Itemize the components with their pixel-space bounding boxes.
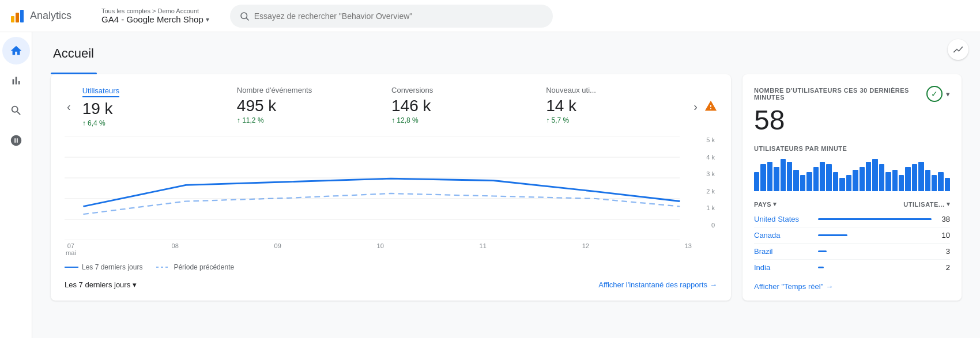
home-icon bbox=[10, 44, 22, 57]
metric-conversions-label: Conversions bbox=[391, 86, 527, 94]
chart-legend: Les 7 derniers jours Période précédente bbox=[65, 263, 717, 271]
content-row: ‹ Utilisateurs 19 k 6,4 % Nombre d'événe… bbox=[51, 74, 962, 301]
metric-conversions-value: 146 k bbox=[391, 97, 527, 115]
bar-chart-bar bbox=[813, 167, 819, 191]
realtime-table-row: Brazil 3 bbox=[754, 244, 950, 260]
legend-current-label: Les 7 derniers jours bbox=[82, 263, 142, 271]
metric-new-users: Nouveaux uti... 14 k 5,7 % bbox=[537, 86, 691, 124]
metric-new-users-label: Nouveaux uti... bbox=[546, 86, 682, 94]
metric-events: Nombre d'événements 495 k 11,2 % bbox=[228, 86, 382, 124]
legend-solid-line bbox=[65, 267, 78, 268]
sidebar bbox=[0, 32, 32, 338]
bar-chart-bar bbox=[839, 178, 845, 191]
country-bar-container bbox=[818, 234, 932, 236]
metric-new-users-value: 14 k bbox=[546, 97, 682, 115]
metrics-prev-button[interactable]: ‹ bbox=[65, 98, 73, 116]
search-icon bbox=[239, 11, 250, 21]
metrics-next-button[interactable]: › bbox=[691, 98, 700, 116]
bar-chart-bar bbox=[872, 159, 877, 191]
bar-chart-bar bbox=[806, 172, 812, 191]
realtime-big-number: 58 bbox=[754, 104, 950, 136]
col-users-sort-icon: ▾ bbox=[947, 200, 951, 208]
y-label-2k: 2 k bbox=[694, 188, 715, 195]
country-count: 38 bbox=[938, 215, 950, 223]
realtime-bar-title: UTILISATEURS PAR MINUTE bbox=[754, 145, 950, 152]
sidebar-item-explore[interactable] bbox=[2, 97, 30, 124]
realtime-controls: ✓ ▾ bbox=[926, 86, 950, 102]
account-dropdown-icon: ▾ bbox=[206, 16, 209, 24]
metric-users-change: 6,4 % bbox=[82, 119, 218, 127]
svg-point-3 bbox=[241, 13, 247, 19]
realtime-table-rows: United States 38 Canada 10 Brazil 3 Indi… bbox=[754, 211, 950, 275]
date-range-selector[interactable]: Les 7 derniers jours ▾ bbox=[65, 280, 137, 289]
country-bar bbox=[818, 218, 932, 220]
x-label-12: 12 bbox=[582, 242, 589, 256]
metric-conversions-change: 12,8 % bbox=[391, 116, 527, 124]
advertising-icon bbox=[10, 134, 22, 147]
metric-events-change: 11,2 % bbox=[237, 116, 373, 124]
date-range-label: Les 7 derniers jours bbox=[65, 280, 130, 289]
country-name[interactable]: Brazil bbox=[754, 247, 811, 256]
date-range-dropdown-icon: ▾ bbox=[133, 280, 137, 289]
col-country-header[interactable]: PAYS ▾ bbox=[754, 200, 777, 208]
svg-rect-0 bbox=[11, 16, 14, 22]
realtime-link[interactable]: Afficher "Temps réel" → bbox=[754, 282, 950, 291]
warning-icon bbox=[704, 100, 717, 114]
search-input[interactable] bbox=[254, 12, 544, 21]
logo-area: Analytics bbox=[9, 8, 90, 24]
main-content: Accueil ‹ Utilisateurs 19 k 6,4 % Nombre… bbox=[32, 32, 980, 338]
bar-chart-bar bbox=[774, 167, 779, 191]
svg-rect-1 bbox=[16, 13, 19, 22]
snapshot-link[interactable]: Afficher l'instantané des rapports → bbox=[598, 280, 717, 289]
bar-chart-bar bbox=[826, 164, 831, 191]
y-label-5k: 5 k bbox=[694, 136, 715, 143]
sidebar-item-reports[interactable] bbox=[2, 67, 30, 94]
country-name[interactable]: United States bbox=[754, 215, 811, 223]
svg-line-4 bbox=[246, 18, 248, 20]
legend-previous-label: Période précédente bbox=[174, 263, 234, 271]
realtime-table-row: Canada 10 bbox=[754, 227, 950, 244]
bar-chart-bar bbox=[905, 167, 910, 191]
bar-chart-bar bbox=[760, 164, 766, 191]
account-selector[interactable]: GA4 - Google Merch Shop ▾ bbox=[101, 14, 209, 24]
arrow-right-icon: → bbox=[710, 280, 717, 289]
sidebar-item-home[interactable] bbox=[2, 37, 30, 64]
country-count: 3 bbox=[938, 247, 950, 256]
x-axis-labels: 07 mai 08 09 10 11 12 13 bbox=[65, 242, 717, 256]
line-chart bbox=[65, 136, 717, 240]
customize-button[interactable] bbox=[948, 39, 968, 60]
card-footer: Les 7 derniers jours ▾ Afficher l'instan… bbox=[65, 280, 717, 289]
metric-events-value: 495 k bbox=[237, 97, 373, 115]
bar-chart-bar bbox=[925, 170, 930, 191]
bar-chart-icon bbox=[10, 74, 22, 87]
bar-chart-bar bbox=[879, 164, 884, 191]
country-count: 10 bbox=[938, 231, 950, 240]
realtime-arrow-icon: → bbox=[826, 282, 833, 291]
metric-conversions: Conversions 146 k 12,8 % bbox=[382, 86, 537, 124]
country-name[interactable]: India bbox=[754, 263, 811, 272]
bar-chart-bar bbox=[932, 175, 937, 191]
legend-dashed-line bbox=[156, 267, 170, 268]
metric-new-users-change: 5,7 % bbox=[546, 116, 682, 124]
app-title: Analytics bbox=[30, 10, 71, 22]
col-users-header[interactable]: UTILISATE... ▾ bbox=[903, 200, 950, 208]
country-bar bbox=[818, 267, 824, 268]
topnav: Analytics Tous les comptes > Demo Accoun… bbox=[0, 0, 980, 32]
country-count: 2 bbox=[938, 263, 950, 272]
x-label-11: 11 bbox=[480, 242, 487, 256]
country-name[interactable]: Canada bbox=[754, 231, 811, 240]
y-label-1k: 1 k bbox=[694, 204, 715, 211]
y-axis-labels: 5 k 4 k 3 k 2 k 1 k 0 bbox=[694, 136, 717, 229]
metric-users-label: Utilisateurs bbox=[82, 86, 119, 97]
bar-chart-bar bbox=[918, 162, 924, 191]
sidebar-item-advertising[interactable] bbox=[2, 127, 30, 154]
bar-chart-bar bbox=[899, 175, 904, 191]
x-label-13: 13 bbox=[685, 242, 692, 256]
search-bar[interactable] bbox=[230, 5, 553, 28]
bar-chart-bar bbox=[754, 172, 759, 191]
country-bar bbox=[818, 234, 847, 236]
bar-chart-bar bbox=[853, 170, 858, 191]
realtime-dropdown[interactable]: ▾ bbox=[946, 90, 950, 98]
country-bar bbox=[818, 250, 827, 252]
y-label-4k: 4 k bbox=[694, 154, 715, 161]
